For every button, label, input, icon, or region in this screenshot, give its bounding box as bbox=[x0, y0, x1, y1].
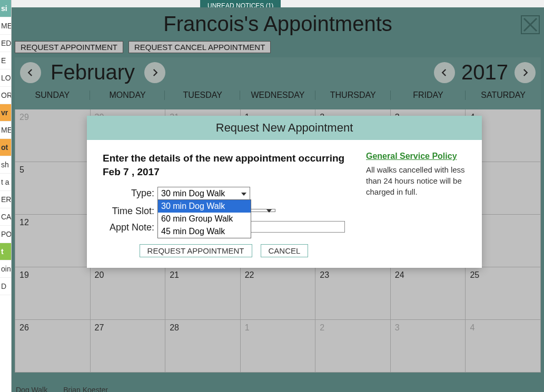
side-frag: ED bbox=[0, 35, 11, 52]
calendar-cell[interactable]: 20 bbox=[91, 267, 166, 320]
chevron-right-icon bbox=[150, 68, 160, 77]
type-select[interactable]: 30 min Dog Walk bbox=[157, 187, 250, 200]
calendar-header: February 2017 bbox=[15, 57, 541, 87]
side-frag: sh bbox=[0, 156, 11, 174]
dow-row: SUNDAY MONDAY TUESDAY WEDNESDAY THURSDAY… bbox=[15, 87, 541, 109]
side-frag: CA bbox=[0, 208, 11, 226]
chevron-left-icon bbox=[440, 68, 449, 77]
calendar-cell[interactable]: 28 bbox=[165, 320, 241, 373]
prev-year-button[interactable] bbox=[434, 62, 455, 83]
calendar-cell[interactable]: 21 bbox=[165, 267, 241, 320]
side-frag: si bbox=[0, 0, 11, 17]
modal-header: Request New Appointment bbox=[87, 116, 482, 140]
note-label: Appt Note: bbox=[103, 221, 157, 234]
side-frag: ME bbox=[0, 17, 11, 35]
chevron-left-icon bbox=[26, 68, 35, 77]
calendar-cell[interactable]: 24 bbox=[391, 267, 466, 320]
side-frag: OR bbox=[0, 87, 11, 104]
calendar-cell[interactable]: 1 bbox=[241, 320, 316, 373]
side-frag: t a bbox=[0, 174, 11, 191]
unread-notices-tab[interactable]: UNREAD NOTICES (1) bbox=[200, 0, 281, 7]
type-option-0[interactable]: 30 min Dog Walk bbox=[158, 200, 251, 213]
policy-panel: General Service Policy All walks cancell… bbox=[366, 152, 466, 257]
footer-text-1: Dog Walk bbox=[16, 386, 47, 392]
calendar-cell[interactable]: 27 bbox=[91, 320, 166, 373]
side-frag: ot bbox=[0, 139, 11, 156]
close-icon[interactable] bbox=[521, 15, 540, 34]
side-frag: t bbox=[0, 243, 11, 260]
side-frag: PO bbox=[0, 226, 11, 243]
overlay-titlebar: Francois's Appointments bbox=[12, 7, 544, 40]
calendar-cell[interactable]: 25 bbox=[466, 267, 541, 320]
request-cancel-appointment-button[interactable]: REQUEST CANCEL APPOINTMENT bbox=[128, 41, 271, 53]
calendar-cell[interactable]: 19 bbox=[15, 267, 91, 320]
type-dropdown: 30 min Dog Walk 60 min Group Walk 45 min… bbox=[157, 199, 251, 238]
year-label: 2017 bbox=[461, 61, 508, 84]
type-label: Type: bbox=[103, 187, 157, 199]
dow-mon: MONDAY bbox=[90, 87, 165, 103]
next-month-button[interactable] bbox=[144, 62, 165, 83]
calendar-cell[interactable]: 29 bbox=[15, 109, 91, 162]
type-option-1[interactable]: 60 min Group Walk bbox=[158, 213, 251, 225]
side-frag: ER bbox=[0, 191, 11, 208]
dow-sat: SATURDAY bbox=[466, 87, 541, 103]
modal-form: Enter the details of the new appointment… bbox=[103, 152, 345, 257]
background-sidebar: si ME ED E LO OR vr ME ot sh t a ER CA P… bbox=[0, 0, 12, 392]
chevron-right-icon bbox=[520, 68, 530, 77]
calendar-cell[interactable]: 4 bbox=[466, 320, 541, 373]
calendar-cell[interactable]: 26 bbox=[15, 320, 91, 373]
modal-request-button[interactable]: REQUEST APPOINTMENT bbox=[140, 244, 252, 257]
calendar-cell[interactable]: 2 bbox=[315, 320, 391, 373]
overlay-title: Francois's Appointments bbox=[163, 12, 392, 36]
policy-link[interactable]: General Service Policy bbox=[366, 152, 457, 161]
request-appointment-modal: Request New Appointment Enter the detail… bbox=[87, 116, 482, 268]
type-select-value: 30 min Dog Walk bbox=[161, 189, 225, 198]
side-frag: ME bbox=[0, 122, 11, 139]
dow-sun: SUNDAY bbox=[15, 87, 90, 103]
modal-cancel-button[interactable]: CANCEL bbox=[261, 244, 309, 257]
month-label: February bbox=[51, 61, 135, 84]
request-appointment-button[interactable]: REQUEST APPOINTMENT bbox=[15, 41, 123, 53]
type-option-2[interactable]: 45 min Dog Walk bbox=[158, 225, 251, 238]
calendar-cell[interactable]: 3 bbox=[391, 320, 466, 373]
dow-tue: TUESDAY bbox=[165, 87, 240, 103]
prev-month-button[interactable] bbox=[20, 62, 41, 83]
side-frag: vr bbox=[0, 104, 11, 122]
side-frag: oin bbox=[0, 260, 11, 278]
timeslot-label: Time Slot: bbox=[103, 205, 157, 217]
next-year-button[interactable] bbox=[515, 62, 536, 83]
policy-text: All walks cancelled with less than 24 ho… bbox=[366, 164, 466, 197]
footer-fragment: Dog Walk Brian Koester bbox=[12, 384, 544, 392]
side-frag: E bbox=[0, 52, 11, 69]
calendar-cell[interactable]: 5 bbox=[15, 162, 91, 215]
calendar-cell[interactable]: 23 bbox=[315, 267, 391, 320]
overlay-button-row: REQUEST APPOINTMENT REQUEST CANCEL APPOI… bbox=[12, 40, 544, 55]
calendar-cell[interactable]: 22 bbox=[241, 267, 316, 320]
dow-fri: FRIDAY bbox=[391, 87, 466, 103]
side-frag: LO bbox=[0, 69, 11, 87]
dow-wed: WEDNESDAY bbox=[240, 87, 315, 103]
footer-text-2: Brian Koester bbox=[63, 386, 108, 392]
side-frag: D bbox=[0, 278, 11, 295]
modal-prompt: Enter the details of the new appointment… bbox=[103, 152, 345, 178]
calendar-cell[interactable]: 12 bbox=[15, 215, 91, 267]
dow-thu: THURSDAY bbox=[315, 87, 391, 103]
